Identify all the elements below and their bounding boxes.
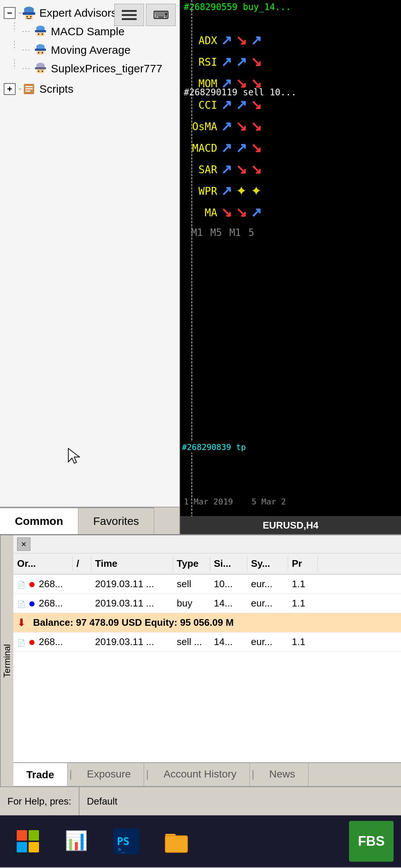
svg-rect-12 [35,30,46,32]
row2-type: buy [173,596,210,611]
indicator-macd: MACD ↗ ↗ ↘ [184,137,401,159]
moving-average-node: Moving Average [22,41,176,59]
fbs-button[interactable]: FBS [349,821,394,862]
table-header-row: Or... / Time Type Si... Sy... Pr [13,553,401,575]
tab-trade[interactable]: Trade [13,763,68,786]
terminal-main: × Or... / Time Type Si... Sy... Pr 📄 268… [13,535,401,786]
terminal-header: × [13,535,401,553]
row3-time: 2019.03.11 ... [91,635,173,649]
taskbar: 📊 PS >_ FBS [0,815,401,867]
indicator-ma: MA ↘ ↘ ↗ [184,202,401,223]
tf-m15: M1 [229,227,241,238]
indicator-osma: OsMA ↗ ↘ ↘ [184,116,401,137]
row3-type: sell ... [173,635,210,649]
tf-m5: M5 [210,227,222,238]
chart-symbol-bar: EURUSD,H4 [180,516,401,534]
row3-size: 14... [210,635,247,649]
powershell-taskbar-button[interactable]: PS >_ [104,821,149,862]
top-section: ⌨ − [0,0,401,534]
files-taskbar-button[interactable] [154,821,199,862]
windows-start-button[interactable] [7,821,48,862]
timeframe-row: M1 M5 M1 5 [184,223,401,242]
chart-tp-area: #268290839 tp [180,441,401,453]
navigator-tabs: Common Favorites [0,507,179,534]
table-row: 📄 268... 2019.03.11 ... buy 14... eur...… [13,594,401,613]
suplex-prices-node: SuplexPrices_tiger777 [22,59,176,78]
files-icon [163,828,189,854]
macd-sample-label: MACD Sample [51,25,124,38]
table-row: 📄 268... 2019.03.11 ... sell ... 14... e… [13,632,401,652]
terminal-section: Terminal × Or... / Time Type Si... Sy...… [0,534,401,786]
fbs-label: FBS [358,834,385,849]
row2-order: 📄 268... [13,596,73,611]
indicator-wpr: WPR ↗ ✦ ✦ [184,180,401,202]
date-2: 5 Mar 2 [251,497,286,506]
tf-m30: 5 [248,227,254,238]
svg-text:>_: >_ [118,846,125,853]
table-row: 📄 268... 2019.03.11 ... sell 10... eur..… [13,575,401,594]
chart-tp-label: #268290839 tp [180,442,248,453]
terminal-side-label[interactable]: Terminal [0,535,13,786]
svg-point-21 [42,52,43,53]
tab-account-history[interactable]: Account History [151,763,250,786]
terminal-table: Or... / Time Type Si... Sy... Pr 📄 268..… [13,553,401,762]
chart-panel: #268290559 buy_14... #268290119 sell 10.… [180,0,401,534]
svg-point-27 [42,70,43,72]
svg-point-7 [26,16,28,17]
svg-point-20 [38,52,39,53]
row1-price: 1.1 [288,577,318,591]
ea-children: MACD Sample [4,22,176,78]
macd-icon [33,24,48,39]
terminal-close-button[interactable]: × [17,537,30,551]
indicator-rsi: RSI ↗ ↗ ↘ [184,51,401,73]
expand-scripts-button[interactable]: + [4,83,16,95]
mouse-cursor-area [67,447,80,467]
ea-folder-icon [22,6,36,20]
row3-sym: eur... [247,635,288,649]
col-sort-header[interactable]: / [73,556,91,571]
svg-rect-2 [122,18,137,20]
moving-average-label: Moving Average [51,44,131,56]
svg-rect-5 [23,12,35,15]
svg-point-8 [30,16,32,17]
row3-sep [73,641,91,644]
metatrader-taskbar-button[interactable]: 📊 [54,821,98,862]
col-order-header: Or... [13,556,73,571]
common-tab[interactable]: Common [0,507,78,534]
row1-order: 📄 268... [13,577,73,591]
favorites-tab[interactable]: Favorites [78,507,154,534]
row1-sym: eur... [247,577,288,591]
indicators-panel: ADX ↗ ↘ ↗ RSI ↗ ↗ ↘ MOM ↗ ↘ ↘ CCI [184,30,401,242]
tab-exposure[interactable]: Exposure [74,763,144,786]
svg-marker-32 [68,448,79,463]
svg-rect-31 [25,91,30,92]
suplex-label: SuplexPrices_tiger777 [51,62,162,75]
svg-rect-30 [25,88,33,89]
svg-rect-1 [122,14,137,16]
cursor-icon [67,447,80,465]
scripts-icon [22,82,36,96]
powershell-icon: PS >_ [113,828,139,854]
col-type-header: Type [173,556,210,571]
row1-size: 10... [210,577,247,591]
indicator-cci: CCI ↗ ↗ ↘ [184,94,401,116]
svg-point-14 [38,33,39,35]
col-time-header: Time [91,556,173,571]
navigator-panel: ⌨ − [0,0,180,534]
balance-text: Balance: 97 478.09 USD Equity: 95 056.09… [29,615,238,630]
row3-order: 📄 268... [13,635,73,649]
tab-news[interactable]: News [256,763,309,786]
help-text: For Help, pres: [0,796,79,807]
row2-sym: eur... [247,596,288,611]
row2-sep [73,602,91,605]
expert-advisors-label: Expert Advisors [39,7,117,19]
svg-point-26 [38,70,39,72]
balance-arrow-icon: ⬇ [13,617,29,629]
expand-ea-button[interactable]: − [4,7,16,19]
row1-sep [73,583,91,586]
col-size-header: Si... [210,556,247,571]
status-bar: For Help, pres: Default [0,786,401,815]
chart-top-label: #268290559 buy_14... [180,0,401,14]
svg-rect-24 [35,67,46,69]
row2-size: 14... [210,596,247,611]
